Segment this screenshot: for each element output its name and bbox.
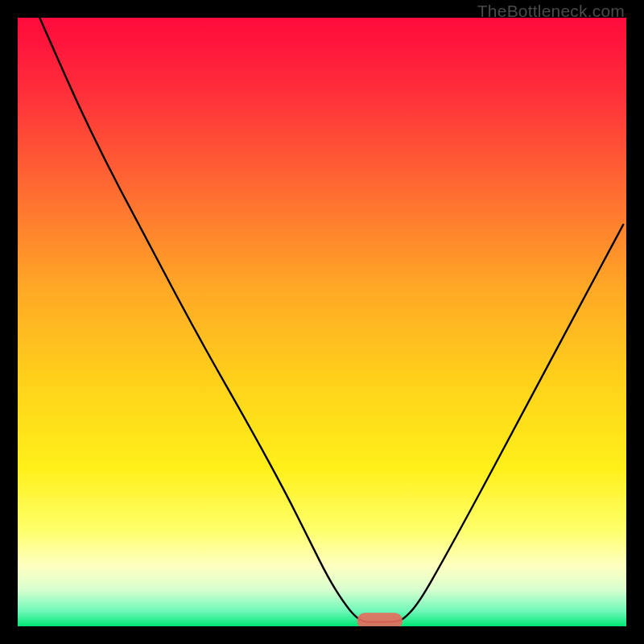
bottleneck-chart [18,18,626,626]
chart-background [18,18,626,626]
optimal-marker [357,613,402,626]
chart-frame [18,18,626,626]
